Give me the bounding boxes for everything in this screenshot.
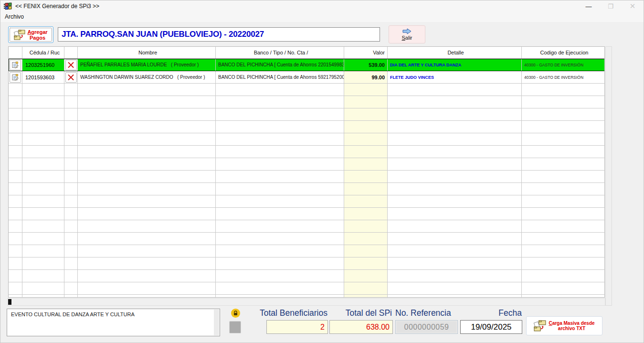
table-row-empty [9, 295, 605, 298]
table-row-empty [9, 108, 605, 121]
no-referencia-label: No. Referencia [395, 308, 462, 319]
cell-nombre: PEÑAFIEL PARRALES MARIA LOURDE ( Proveed… [78, 59, 216, 71]
app-logo-icon [4, 2, 12, 10]
cell-cedula: 1203251960 [22, 59, 64, 71]
table-row-empty [9, 257, 605, 270]
table-row-empty [9, 270, 605, 282]
textarea-scrollbar [214, 310, 219, 335]
detalle-general-textarea[interactable]: EVENTO CULTURAL DE DANZA ARTE Y CULTURA [7, 309, 220, 336]
total-beneficiarios-label: Total Beneficiarios [246, 308, 327, 319]
add-payments-folder-icon [14, 30, 25, 40]
cell-cedula: 1201593603 [22, 71, 64, 84]
edit-row-button[interactable] [10, 60, 21, 70]
header-cedula: Cédula / Ruc [22, 47, 64, 58]
cell-detalle: DIA DEL ARTE Y CULTURA DANZA [388, 59, 522, 71]
edit-row-button[interactable] [10, 72, 21, 83]
no-referencia-field: 0000000059 [395, 320, 458, 334]
cell-nombre: WASHINGTON DARWIN SUAREZ CORDO ( Proveed… [78, 71, 216, 84]
carga-masiva-button[interactable]: Carga Masiva desde archivo TXT [526, 316, 602, 335]
fecha-field[interactable]: 19/09/2025 [460, 320, 522, 334]
title-bar: << FENIX Generador de SPi3 >> — ❐ ✕ [0, 0, 644, 12]
vertical-scrollbar[interactable] [605, 46, 612, 306]
lock-icon [231, 309, 240, 318]
horizontal-scrollbar[interactable] [7, 298, 605, 306]
gray-square-button[interactable] [229, 321, 241, 333]
cell-banco: BANCO DEL PICHINCHA [ Cuenta de Ahorros … [216, 71, 344, 84]
payments-table: Cédula / Ruc Nombre Banco / Tipo / No. C… [8, 46, 605, 298]
header-nombre: Nombre [78, 47, 216, 58]
edit-row-icon [12, 62, 19, 68]
cell-codigo: 40300 - GASTO DE INVERSIÓN [522, 71, 605, 84]
header-codigo: Codigo de Ejecucion [522, 47, 605, 58]
table-row-empty [9, 183, 605, 195]
header-detalle: Detalle [388, 47, 522, 58]
table-row[interactable]: 1203251960 PEÑAFIEL PARRALES MARIA LOURD… [9, 59, 605, 71]
cell-detalle: FLETE JUDO VINCES [388, 71, 522, 84]
table-row-empty [9, 146, 605, 158]
table-row-empty [9, 282, 605, 295]
agregar-pagos-label: Agregar Pagos [27, 29, 47, 41]
minimize-button[interactable]: — [578, 0, 600, 12]
exit-arrow-icon [402, 28, 412, 34]
detalle-general-text: EVENTO CULTURAL DE DANZA ARTE Y CULTURA [11, 311, 135, 317]
delete-row-button[interactable] [65, 60, 77, 70]
menu-bar: Archivo [0, 12, 644, 22]
salir-label: Salir [401, 35, 412, 41]
carga-masiva-label: Carga Masiva desde archivo TXT [549, 321, 594, 331]
cell-valor: 99.00 [344, 71, 388, 84]
table-row-empty [9, 158, 605, 171]
agregar-pagos-button[interactable]: Agregar Pagos [8, 26, 53, 43]
fecha-label: Fecha [474, 308, 522, 319]
table-row-empty [9, 195, 605, 208]
horizontal-scrollbar-thumb[interactable] [8, 299, 11, 305]
delete-row-button[interactable] [65, 72, 77, 83]
total-spi-label: Total del SPi [330, 308, 392, 319]
table-row-empty [9, 133, 605, 146]
header-delete-col [64, 47, 78, 58]
table-body: 1203251960 PEÑAFIEL PARRALES MARIA LOURD… [9, 59, 604, 298]
app-window: << FENIX Generador de SPi3 >> — ❐ ✕ Arch… [0, 0, 644, 343]
menu-archivo[interactable]: Archivo [0, 12, 28, 21]
table-header-row: Cédula / Ruc Nombre Banco / Tipo / No. C… [9, 47, 605, 59]
delete-x-icon [68, 62, 74, 68]
table-row-empty [9, 171, 605, 183]
table-row-empty [9, 220, 605, 233]
maximize-button[interactable]: ❐ [600, 0, 622, 12]
header-valor: Valor [344, 47, 388, 58]
edit-row-icon [12, 74, 19, 81]
table-row-empty [9, 245, 605, 257]
window-title: << FENIX Generador de SPi3 >> [15, 3, 99, 10]
total-beneficiarios-field: 2 [266, 320, 328, 334]
cell-codigo: 40300 - GASTO DE INVERSIÓN [522, 59, 605, 71]
table-row-empty [9, 208, 605, 220]
cell-banco: BANCO DEL PICHINCHA [ Cuenta de Ahorros … [216, 59, 344, 71]
entity-title-field[interactable]: JTA. PARROQ.SAN JUAN (PUEBLOVIEJO) - 202… [58, 27, 380, 42]
salir-button[interactable]: Salir [389, 25, 425, 43]
delete-x-icon [68, 75, 74, 80]
carga-masiva-folder-icon [534, 320, 546, 332]
header-icon-col [9, 47, 22, 58]
table-row-empty [9, 233, 605, 245]
close-button[interactable]: ✕ [622, 0, 644, 12]
table-row[interactable]: 1201593603 WASHINGTON DARWIN SUAREZ CORD… [9, 71, 605, 84]
table-row-empty [9, 84, 605, 96]
total-spi-field: 638.00 [329, 320, 393, 334]
cell-valor: 539.00 [344, 59, 388, 71]
header-banco: Banco / Tipo / No. Cta / [216, 47, 344, 58]
table-row-empty [9, 121, 605, 133]
table-row-empty [9, 96, 605, 108]
